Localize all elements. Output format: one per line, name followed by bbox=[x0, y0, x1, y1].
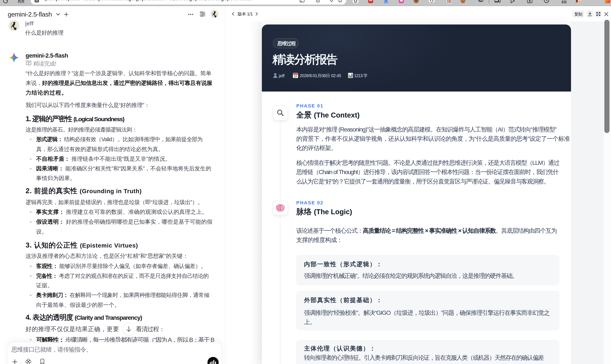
svg-text:17: 17 bbox=[294, 75, 297, 78]
